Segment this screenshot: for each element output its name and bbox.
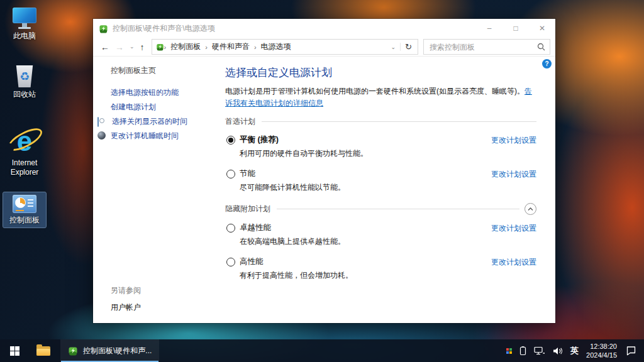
plan-name: 平衡 (推荐)	[240, 135, 279, 144]
sleep-moon-icon	[97, 131, 106, 140]
refresh-icon[interactable]: ↻	[400, 43, 416, 51]
ime-language-indicator[interactable]: 英	[570, 345, 579, 356]
breadcrumb-power-options[interactable]: 电源选项	[257, 41, 296, 52]
section-header-preferred-plans: 首选计划	[225, 116, 536, 127]
taskbar: 控制面板\硬件和声... 英	[0, 339, 644, 362]
navigation-bar: ← → ⌄ ↑ › 控制面板 › 硬件和声音 › 电源选项 ⌄ ↻	[93, 38, 555, 57]
plan-description: 在较高端电脑上提供卓越性能。	[240, 236, 536, 247]
change-plan-settings-link[interactable]: 更改计划设置	[491, 135, 536, 146]
sidebar-item-create-plan[interactable]: 创建电源计划	[111, 102, 218, 112]
plan-description: 有利于提高性能，但会增加功耗。	[240, 270, 536, 281]
control-panel-window: 控制面板\硬件和声音\电源选项 – □ ✕ ← → ⌄ ↑ › 控制面板 › 硬…	[93, 19, 555, 323]
close-button[interactable]: ✕	[529, 19, 555, 38]
radio-balanced[interactable]	[226, 136, 235, 145]
recycle-symbol-icon: ♻	[19, 71, 30, 82]
intro-text: 电源计划是用于管理计算机如何使用电源的一套硬件和系统设置(如显示器亮度、睡眠等)…	[225, 85, 536, 109]
desktop-icon-internet-explorer[interactable]: e Internet Explorer	[3, 124, 46, 180]
sidebar: 控制面板主页 选择电源按钮的功能 创建电源计划 选择关闭显示器的时间 更改计算机…	[93, 57, 218, 323]
address-bar[interactable]: › 控制面板 › 硬件和声音 › 电源选项 ⌄ ↻	[152, 39, 418, 55]
radio-power-saver[interactable]	[226, 170, 235, 178]
help-button[interactable]: ?	[542, 59, 552, 69]
plan-name: 高性能	[240, 257, 264, 266]
power-plan-balanced: 平衡 (推荐) 更改计划设置 利用可用的硬件自动平衡功耗与性能。	[225, 134, 536, 159]
title-bar: 控制面板\硬件和声音\电源选项 – □ ✕	[93, 19, 555, 38]
divider	[262, 121, 536, 122]
windows-logo-icon	[10, 346, 19, 356]
maximize-button[interactable]: □	[502, 19, 529, 38]
folder-icon	[36, 346, 50, 356]
desktop-icon-this-pc[interactable]: 此电脑	[3, 5, 46, 43]
see-also-section: 另请参阅 用户帐户	[111, 285, 218, 313]
desktop-icon-recycle-bin[interactable]: ♻ 回收站	[3, 63, 46, 102]
desktop-icon-label: 控制面板	[9, 216, 40, 225]
desktop-icon-label: Internet Explorer	[4, 158, 45, 177]
sidebar-item-display-off-time[interactable]: 选择关闭显示器的时间	[111, 116, 218, 126]
search-input[interactable]	[428, 42, 537, 52]
plan-description: 尽可能降低计算机性能以节能。	[240, 182, 536, 193]
taskbar-clock[interactable]: 12:38:20 2024/4/15	[586, 342, 617, 360]
forward-button[interactable]: →	[115, 43, 124, 52]
plan-name: 卓越性能	[240, 223, 271, 232]
change-plan-settings-link[interactable]: 更改计划设置	[491, 257, 536, 268]
back-button[interactable]: ←	[101, 43, 109, 52]
task-label: 控制面板\硬件和声...	[83, 346, 152, 356]
search-icon	[537, 43, 545, 51]
collapse-section-button[interactable]	[525, 203, 536, 215]
address-dropdown-icon[interactable]: ⌄	[387, 44, 401, 50]
action-center-icon[interactable]	[626, 346, 636, 356]
this-pc-icon	[13, 8, 36, 29]
power-plan-power-saver: 节能 更改计划设置 尽可能降低计算机性能以节能。	[225, 168, 536, 193]
page-title: 选择或自定义电源计划	[225, 65, 536, 80]
sidebar-item-user-accounts[interactable]: 用户帐户	[111, 302, 218, 313]
radio-high-performance[interactable]	[226, 258, 235, 266]
plan-name: 节能	[240, 169, 255, 178]
desktop-icon-label: 回收站	[13, 90, 36, 99]
screen: 此电脑 ♻ 回收站 e Internet Explorer 控制面板 控制面板\…	[0, 0, 644, 362]
window-title: 控制面板\硬件和声音\电源选项	[113, 23, 476, 34]
chevron-up-icon	[528, 207, 533, 211]
desktop-icon-label: 此电脑	[13, 31, 36, 41]
change-plan-settings-link[interactable]: 更改计划设置	[491, 223, 536, 234]
main-pane: 选择或自定义电源计划 电源计划是用于管理计算机如何使用电源的一套硬件和系统设置(…	[218, 57, 555, 323]
power-options-icon	[156, 43, 164, 51]
clock-date: 2024/4/15	[586, 351, 617, 359]
start-button[interactable]	[0, 339, 29, 362]
section-header-hidden-plans: 隐藏附加计划	[225, 203, 536, 215]
internet-explorer-icon: e	[9, 127, 40, 156]
recycle-bin-icon: ♻	[15, 65, 34, 87]
control-panel-icon	[13, 195, 36, 213]
display-clock-icon	[97, 117, 99, 127]
sidebar-item-power-buttons[interactable]: 选择电源按钮的功能	[111, 87, 218, 97]
system-tray: 英 12:38:20 2024/4/15	[506, 342, 644, 360]
power-options-icon	[68, 346, 78, 356]
recent-pages-dropdown-icon[interactable]: ⌄	[130, 44, 135, 50]
sidebar-item-home[interactable]: 控制面板主页	[111, 65, 218, 76]
window-content: ? 控制面板主页 选择电源按钮的功能 创建电源计划 选择关闭显示器的时间 更改计…	[93, 57, 555, 323]
power-options-icon	[99, 24, 108, 33]
network-icon[interactable]	[534, 346, 545, 355]
search-box[interactable]	[423, 39, 550, 55]
desktop-icon-control-panel[interactable]: 控制面板	[3, 192, 46, 228]
battery-icon[interactable]	[519, 346, 526, 356]
breadcrumb-control-panel[interactable]: 控制面板	[166, 41, 205, 52]
breadcrumb-hardware-sound[interactable]: 硬件和声音	[208, 41, 254, 52]
taskbar-task-control-panel[interactable]: 控制面板\硬件和声...	[60, 339, 159, 362]
clock-time: 12:38:20	[586, 342, 617, 351]
see-also-header: 另请参阅	[111, 285, 218, 296]
up-button[interactable]: ↑	[140, 43, 145, 52]
volume-icon[interactable]	[553, 347, 563, 355]
plan-description: 利用可用的硬件自动平衡功耗与性能。	[240, 148, 536, 159]
minimize-button[interactable]: –	[476, 19, 502, 38]
tray-app-icon[interactable]	[506, 348, 512, 354]
radio-ultimate-performance[interactable]	[226, 224, 235, 233]
power-plan-high-performance: 高性能 更改计划设置 有利于提高性能，但会增加功耗。	[225, 256, 536, 281]
power-plan-ultimate-performance: 卓越性能 更改计划设置 在较高端电脑上提供卓越性能。	[225, 222, 536, 247]
sidebar-item-sleep-time[interactable]: 更改计算机睡眠时间	[111, 131, 218, 141]
divider	[277, 209, 519, 209]
change-plan-settings-link[interactable]: 更改计划设置	[491, 169, 536, 180]
file-explorer-button[interactable]	[29, 339, 58, 362]
